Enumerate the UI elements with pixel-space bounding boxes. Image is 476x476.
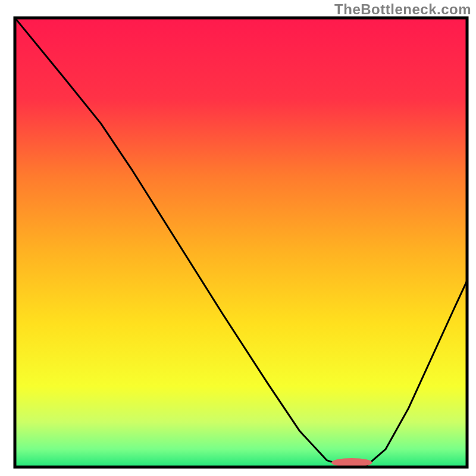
chart-stage: TheBottleneck.com: [0, 0, 476, 476]
bottleneck-chart: [0, 0, 476, 476]
gradient-background: [15, 18, 467, 467]
watermark-text: TheBottleneck.com: [334, 1, 471, 18]
